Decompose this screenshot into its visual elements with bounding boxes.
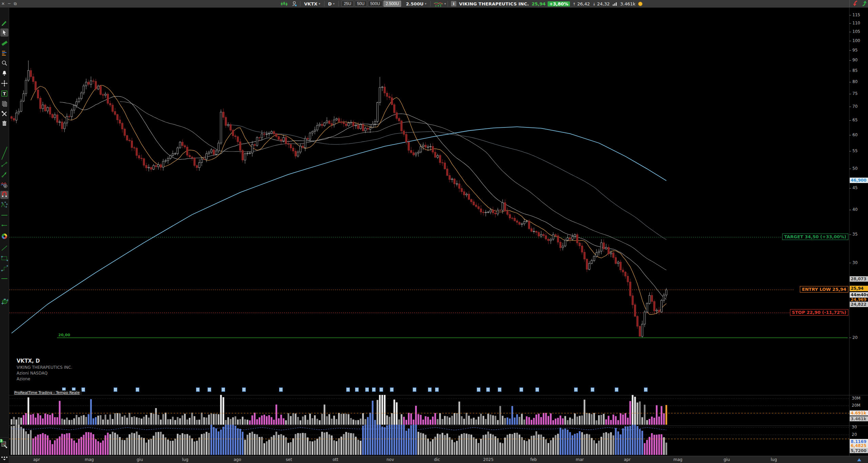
svg-text:+: + (1, 202, 3, 204)
price-tick-label: 20 (852, 335, 857, 340)
sidebar-item-horizontal-ray[interactable] (0, 275, 8, 283)
candlestick-series (11, 60, 667, 337)
sidebar-item-more-options[interactable] (0, 454, 8, 462)
news-event-icon[interactable] (196, 387, 200, 392)
sidebar-item-oblique-line[interactable] (0, 244, 8, 252)
price-tick-label: 30 (852, 260, 857, 265)
sidebar-item-magnet-snap[interactable] (0, 191, 8, 199)
sell-arrow-icon[interactable] (852, 0, 859, 7)
sidebar-item-text-tool[interactable]: T (0, 89, 8, 98)
candlestick-style-icon[interactable] (280, 1, 289, 6)
news-event-icon[interactable] (379, 387, 383, 392)
sidebar-item-chart-settings[interactable]: 1 (0, 441, 8, 449)
axis-month-label: set (286, 457, 292, 462)
buy-arrow-icon[interactable] (861, 0, 867, 7)
sidebar-item-color-wheel[interactable] (0, 232, 8, 240)
sidebar-item-draw-pencil[interactable] (0, 19, 8, 27)
price-chart-canvas[interactable] (0, 0, 868, 463)
news-event-icon[interactable] (519, 387, 523, 392)
axis-month-label: ott (333, 457, 338, 462)
svg-text:IF: IF (4, 185, 6, 188)
news-event-icon[interactable] (477, 387, 480, 392)
panel-value-box: 4.691k (850, 410, 868, 416)
volume-series (11, 395, 667, 425)
news-event-icon[interactable] (242, 387, 246, 392)
sidebar-item-duplicate-pages[interactable] (0, 100, 8, 108)
news-event-icon[interactable] (221, 387, 225, 392)
news-event-icon[interactable] (136, 387, 139, 392)
timeframe-selector[interactable]: D▾ (326, 1, 337, 6)
sidebar-item-auto-pattern-stars[interactable]: ++++ (0, 201, 8, 209)
news-event-icon[interactable] (435, 387, 439, 392)
sidebar-item-rectangle-handles[interactable]: ++ (0, 254, 8, 262)
price-tick-label: 105 (852, 29, 860, 34)
scroll-to-latest-icon[interactable] (857, 458, 861, 461)
streaming-status-icon[interactable] (291, 1, 297, 7)
watermark-name: VIKING THERAPEUTICS INC. (17, 365, 72, 370)
unit-dropdown[interactable]: 2.500U▾ (404, 1, 428, 6)
unit-button-50U[interactable]: 50U (355, 1, 367, 7)
sidebar-item-select-cursor[interactable] (0, 28, 8, 37)
sidebar-item-if-zigzag[interactable]: IF (0, 181, 8, 189)
news-event-icon[interactable] (372, 387, 376, 392)
price-tick-label: 70 (852, 104, 857, 109)
sidebar-item-tools-wrench[interactable] (0, 110, 8, 118)
sidebar-item-anchor-handles[interactable]: ++ (0, 264, 8, 273)
news-event-icon[interactable] (355, 387, 359, 392)
close-icon[interactable]: ✕ (0, 1, 6, 6)
news-event-icon[interactable] (535, 387, 539, 392)
news-event-icon[interactable] (428, 387, 432, 392)
indicator-series (11, 425, 667, 455)
panel-value-box: 5,7200 (850, 448, 868, 453)
news-event-icon[interactable] (81, 387, 85, 392)
news-event-icon[interactable] (390, 387, 394, 392)
news-event-icon[interactable] (615, 387, 618, 392)
info-icon[interactable]: i (451, 1, 456, 6)
restore-icon[interactable]: ⧉ (12, 1, 18, 6)
sidebar-item-indicator-levels[interactable] (0, 49, 8, 57)
sidebar-item-zoom-magnifier[interactable] (0, 59, 8, 67)
news-event-icon[interactable] (644, 387, 648, 392)
news-event-icon[interactable] (279, 387, 283, 392)
down-arrow-icon: ↓ (593, 2, 596, 6)
news-event-icon[interactable] (346, 387, 350, 392)
panel-scale-label: 30M (852, 396, 861, 401)
price-value-box: 28,073 (850, 276, 868, 282)
news-event-icon[interactable] (114, 387, 117, 392)
sidebar-item-horizontal-segment[interactable] (0, 221, 8, 229)
news-event-icon[interactable] (365, 387, 369, 392)
sidebar-item-ellipse-handles[interactable]: +++ (0, 298, 8, 306)
chevron-down-icon[interactable]: ▾ (445, 2, 446, 5)
news-event-icon[interactable] (208, 387, 211, 392)
news-event-icon[interactable] (574, 387, 578, 392)
axis-month-label: apr (624, 457, 631, 462)
news-event-icon[interactable] (486, 387, 490, 392)
minimize-icon[interactable]: ─ (6, 1, 12, 6)
price-tick-label: 100 (852, 38, 860, 43)
unit-button-25U[interactable]: 25U (341, 1, 354, 7)
sidebar-item-alert-bell[interactable] (0, 69, 8, 77)
sidebar-item-polyline-nodes[interactable] (0, 160, 8, 168)
trade-annotation-label[interactable]: ENTRY LOW 25,94 (800, 286, 848, 293)
moving-average-line (228, 125, 666, 240)
svg-text:+: + (5, 205, 7, 208)
price-tick-label: 65 (852, 118, 857, 122)
sidebar-item-arrow-vector[interactable] (0, 170, 8, 179)
sidebar-item-measure-ruler[interactable] (0, 39, 8, 47)
news-event-icon[interactable] (591, 387, 594, 392)
svg-text:+: + (1, 302, 4, 305)
provider-label: ProRealTime Trading - Tempo Reale (14, 390, 82, 395)
unit-button-500U[interactable]: 500U (368, 1, 382, 7)
chart-mode-icon[interactable] (433, 1, 443, 7)
sidebar-item-horizontal-line[interactable] (0, 211, 8, 219)
news-event-icon[interactable] (413, 387, 416, 392)
sidebar-item-move-cross[interactable] (0, 79, 8, 87)
moving-average-line (31, 85, 666, 315)
symbol-selector[interactable]: VKTX▾ (302, 1, 322, 6)
sidebar-item-trash-can[interactable] (0, 119, 8, 127)
trade-annotation-label[interactable]: STOP 22,90 (-11,72%) (790, 309, 848, 316)
sidebar-item-trend-line[interactable] (0, 149, 8, 157)
unit-button-2500U[interactable]: 2.500U (383, 1, 401, 7)
news-event-icon[interactable] (498, 387, 501, 392)
trade-annotation-label[interactable]: TARGET 34,50 (+33,00%) (782, 234, 848, 240)
